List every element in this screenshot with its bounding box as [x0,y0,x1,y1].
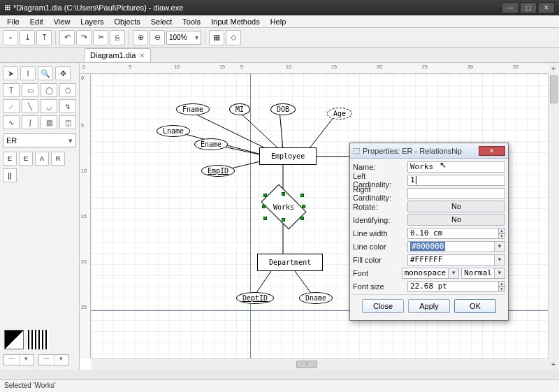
primitive-tools: T ▭ ◯ ⬠ ⟋ ╲ ◡ ↯ ∿ ∫ ▨ ◫ [1,82,78,131]
window-close-button[interactable]: ✕ [538,2,555,13]
attr-fname[interactable]: Fname [176,103,210,115]
dropdown-fill-color[interactable]: ▼ [494,254,505,266]
zoom-combo[interactable]: 100%▾ [166,31,201,45]
grid-button[interactable]: ▦ [209,30,224,45]
attr-dob[interactable]: DOB [270,103,296,115]
zoom-out-button[interactable]: ⊖ [150,30,165,45]
vertical-scrollbar[interactable] [548,74,559,358]
apply-button[interactable]: Apply [408,299,450,313]
app-icon: ⊞ [4,3,10,12]
status-text: Selected 'Works' [4,382,56,389]
window-title: *Diagram1.dia (C:\Users\Paul\Pictures) -… [10,3,500,12]
dropdown-font-style[interactable]: ▼ [494,268,505,279]
relationship-works[interactable]: Works [264,194,303,219]
attr-deptid[interactable]: DeptID [236,292,274,304]
menu-help[interactable]: Help [266,17,291,27]
attr-dname[interactable]: Dname [299,292,333,304]
label-identifying: Identifying: [353,216,406,224]
dropdown-line-color[interactable]: ▼ [494,241,505,252]
shape-sheet-value: ER [6,136,17,145]
input-line-color[interactable]: #000000 [407,241,495,252]
scroll-corner-add[interactable]: + [548,358,559,370]
attr-age[interactable]: Age [327,108,352,119]
dialog-close-button[interactable]: ✕ [479,146,505,156]
menu-edit[interactable]: Edit [26,17,48,27]
save-button[interactable]: ⤒ [36,30,52,45]
redo-button[interactable]: ↷ [76,30,92,45]
attr-ename[interactable]: Ename [194,138,228,150]
horizontal-scrollbar[interactable]: ≡ [91,358,548,370]
snap-button[interactable]: ◇ [226,30,241,45]
fg-bg-swatch[interactable] [4,330,24,349]
pointer-tool[interactable]: ➤ [3,66,18,80]
bezier-tool[interactable]: ∫ [22,115,38,129]
line-end-style[interactable]: —▾ [38,354,69,365]
maximize-button[interactable]: ▢ [520,2,537,13]
er-relationship-tool[interactable]: R [51,152,65,166]
outline-tool[interactable]: ◫ [59,115,76,129]
polyline-tool[interactable]: ∿ [3,115,20,129]
dropdown-font-family[interactable]: ▼ [448,268,459,279]
line-pattern-swatch[interactable] [28,330,49,349]
toggle-rotate[interactable]: No [407,201,505,212]
er-entity-tool[interactable]: E [3,152,17,166]
properties-dialog[interactable]: ⬚ Properties: ER - Relationship ✕ Name: … [349,143,509,321]
line-start-style[interactable]: —▾ [3,354,34,365]
input-line-width[interactable]: 0.10 cm [407,228,499,239]
menu-file[interactable]: File [3,17,24,27]
window-titlebar: ⊞ *Diagram1.dia (C:\Users\Paul\Pictures)… [0,0,559,15]
shape-sheet-selector[interactable]: ER [3,133,76,147]
ok-button[interactable]: OK [454,299,496,313]
menu-select[interactable]: Select [147,17,177,27]
input-left-cardinality[interactable]: 1 [407,175,505,186]
er-participation-tool[interactable]: || [3,168,17,182]
polygon-tool[interactable]: ⬠ [59,83,76,97]
magnify-tool[interactable]: 🔍 [38,66,53,80]
menu-tools[interactable]: Tools [178,17,205,27]
tab-close-icon[interactable]: ✕ [139,52,145,59]
dialog-icon: ⬚ [353,146,360,155]
entity-department[interactable]: Department [257,254,323,271]
scroll-tool[interactable]: ✥ [55,66,71,80]
text-shape-tool[interactable]: T [3,83,20,97]
spinner-font-size[interactable]: ▲▼ [498,281,505,292]
input-font-family[interactable]: monospace [402,268,449,279]
attr-empid[interactable]: EmpID [201,165,235,177]
scroll-corner-add-top[interactable]: + [548,63,559,74]
toggle-identifying[interactable]: No [407,214,505,226]
close-button[interactable]: Close [362,299,404,313]
dialog-titlebar[interactable]: ⬚ Properties: ER - Relationship ✕ [350,143,508,159]
zoom-in-button[interactable]: ⊕ [133,30,148,45]
input-right-cardinality[interactable] [407,188,505,199]
er-weak-entity-tool[interactable]: E [19,152,33,166]
beziergon-tool[interactable]: ⟋ [3,99,20,113]
line-tool[interactable]: ╲ [22,99,38,113]
copy-button[interactable]: ⎘ [110,30,125,45]
entity-employee[interactable]: Employee [259,147,317,165]
box-tool[interactable]: ▭ [22,83,38,97]
menu-input-methods[interactable]: Input Methods [207,17,264,27]
ellipse-tool[interactable]: ◯ [41,83,57,97]
menu-layers[interactable]: Layers [76,17,108,27]
er-attribute-tool[interactable]: A [35,152,49,166]
minimize-button[interactable]: — [502,2,518,13]
open-button[interactable]: ⤓ [20,30,35,45]
input-font-size[interactable]: 22.68 pt [407,281,499,292]
attr-lname[interactable]: Lname [157,125,190,137]
text-tool[interactable]: I [20,66,36,80]
spinner-line-width[interactable]: ▲▼ [498,228,505,239]
image-tool[interactable]: ▨ [41,115,57,129]
cut-button[interactable]: ✂ [93,30,108,45]
menu-view[interactable]: View [50,17,75,27]
zigzag-tool[interactable]: ↯ [59,99,76,113]
input-name[interactable]: Works [407,161,505,173]
arc-tool[interactable]: ◡ [41,99,57,113]
input-fill-color[interactable]: #FFFFFF [407,254,495,266]
menu-objects[interactable]: Objects [110,17,144,27]
document-tab[interactable]: Diagram1.dia ✕ [84,48,151,61]
label-name: Name: [353,163,406,171]
new-button[interactable]: ▫ [3,30,18,45]
input-font-style[interactable]: Normal [461,268,495,279]
attr-mi[interactable]: MI [229,103,250,115]
undo-button[interactable]: ↶ [59,30,75,45]
